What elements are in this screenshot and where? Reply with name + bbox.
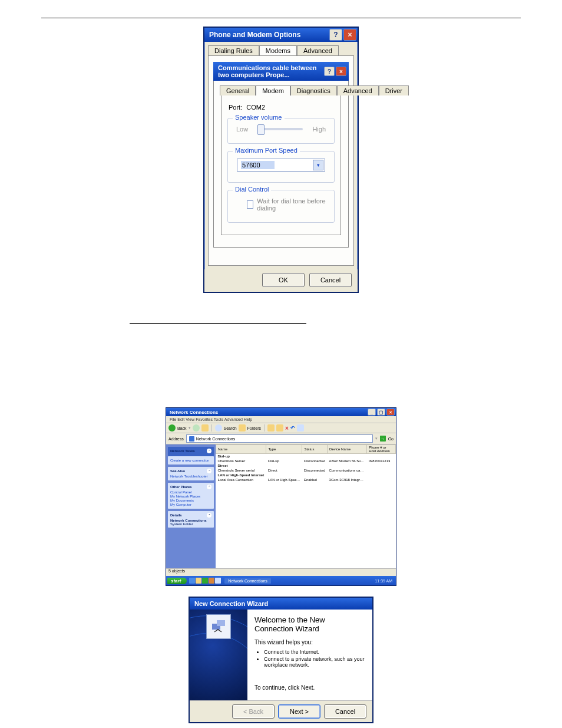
- new-connection-wizard: New Connection Wizard Welcome to the New…: [189, 597, 373, 723]
- cell-name: Chemtrols Server serial: [216, 468, 266, 473]
- address-icon: [189, 436, 194, 442]
- cell-type: Dial-up: [266, 459, 302, 463]
- dial-legend: Dial Control: [233, 186, 271, 193]
- col-addr[interactable]: Phone # or Host Address: [367, 445, 396, 454]
- address-label: Address: [168, 437, 184, 441]
- back-icon[interactable]: [168, 424, 176, 431]
- link-my-documents[interactable]: My Documents: [170, 499, 211, 502]
- start-button[interactable]: start: [167, 578, 187, 584]
- go-icon[interactable]: →: [380, 436, 386, 442]
- table-row[interactable]: Local Area Connection LAN or High-Speed …: [216, 477, 396, 482]
- cancel-button[interactable]: Cancel: [309, 273, 352, 287]
- chevron-up-icon[interactable]: ˄: [207, 485, 211, 489]
- cell-status: Disconnected: [302, 459, 328, 463]
- ql-icon[interactable]: [202, 578, 208, 584]
- tab-advanced[interactable]: Advanced: [297, 45, 339, 55]
- tab-driver[interactable]: Driver: [379, 85, 409, 95]
- tray-clock: 11:39 AM: [375, 579, 395, 583]
- cell-addr: 09870041213: [367, 459, 396, 463]
- wizard-bullet: Connect to the Internet.: [264, 649, 365, 655]
- close-button[interactable]: ×: [343, 29, 356, 41]
- views-icon[interactable]: [297, 424, 304, 431]
- port-speed-combo[interactable]: 57600 ▾: [237, 159, 325, 172]
- wizard-bullet: Connect to a private network, such as yo…: [264, 656, 365, 668]
- cell-status: Disconnected: [302, 468, 328, 473]
- cell-name: Chemtrols Server: [216, 459, 266, 463]
- close-button[interactable]: ×: [336, 67, 346, 76]
- link-network-places[interactable]: My Network Places: [170, 495, 211, 498]
- go-label[interactable]: Go: [388, 437, 394, 441]
- next-button[interactable]: Next >: [278, 704, 320, 719]
- link-create-connection[interactable]: Create a new connection: [170, 459, 211, 462]
- network-connections-window: Network Connections _ ▢ × File Edit View…: [166, 407, 396, 586]
- delete-icon[interactable]: ×: [285, 425, 289, 431]
- folders-icon[interactable]: [239, 424, 246, 431]
- cell-device: Communications cable be...: [328, 468, 367, 473]
- copy-icon[interactable]: [276, 424, 283, 431]
- link-troubleshooter[interactable]: Network Troubleshooter: [170, 475, 211, 478]
- parent-tabs: Dialing Rules Modems Advanced: [208, 45, 354, 55]
- maximize-button[interactable]: ▢: [377, 409, 385, 416]
- search-icon[interactable]: [215, 424, 222, 431]
- chevron-up-icon[interactable]: ˄: [207, 513, 211, 518]
- col-name[interactable]: Name: [216, 445, 266, 454]
- cell-type: Direct: [266, 468, 302, 473]
- chevron-up-icon[interactable]: ˄: [207, 449, 211, 453]
- tab-advanced[interactable]: Advanced: [337, 85, 379, 95]
- address-value: Network Connections: [196, 437, 236, 441]
- speaker-slider[interactable]: [257, 128, 303, 130]
- link-control-panel[interactable]: Control Panel: [170, 490, 211, 494]
- move-icon[interactable]: [267, 424, 275, 431]
- cell-device: 3Com 3C918 Integrated ...: [328, 477, 367, 482]
- modem-properties-title: Communications cable between two compute…: [218, 64, 324, 78]
- tab-modems[interactable]: Modems: [259, 45, 297, 55]
- ql-icon[interactable]: [209, 578, 214, 584]
- wait-dial-tone-label: Wait for dial tone before dialing: [257, 197, 326, 212]
- wait-dial-tone-check[interactable]: Wait for dial tone before dialing: [247, 197, 326, 212]
- ok-button[interactable]: OK: [262, 273, 305, 287]
- chevron-down-icon[interactable]: ▾: [313, 160, 323, 170]
- speed-legend: Maximum Port Speed: [233, 147, 300, 154]
- group-dialup: Dial-up: [216, 454, 396, 459]
- explorer-title: Network Connections: [170, 410, 218, 415]
- table-row[interactable]: Chemtrols Server Dial-up Disconnected Az…: [216, 459, 396, 463]
- col-type[interactable]: Type: [266, 445, 302, 454]
- cell-addr: [367, 477, 396, 482]
- ql-icon[interactable]: [189, 578, 195, 584]
- phone-modem-window: Phone and Modem Options ? × Dialing Rule…: [203, 27, 359, 293]
- col-device[interactable]: Device Name: [328, 445, 367, 454]
- group-direct: Direct: [216, 463, 396, 468]
- forward-icon[interactable]: [193, 424, 200, 431]
- ql-icon[interactable]: [215, 578, 221, 584]
- cell-addr: [367, 468, 396, 473]
- ql-icon[interactable]: [196, 578, 201, 584]
- cell-type: LAN or High-Speed Inter...: [266, 477, 302, 482]
- tab-general[interactable]: General: [220, 85, 256, 95]
- back-label[interactable]: Back: [177, 426, 187, 430]
- address-field[interactable]: Network Connections: [186, 434, 373, 443]
- up-icon[interactable]: [201, 424, 209, 431]
- menu-bar[interactable]: File Edit View Favorites Tools Advanced …: [166, 416, 396, 423]
- cancel-button[interactable]: Cancel: [324, 704, 366, 719]
- group-lan: LAN or High-Speed Internet: [216, 473, 396, 477]
- wizard-sidebar: [190, 610, 247, 700]
- help-button[interactable]: ?: [329, 29, 342, 41]
- minimize-button[interactable]: _: [368, 409, 376, 416]
- table-row[interactable]: Chemtrols Server serial Direct Disconnec…: [216, 468, 396, 473]
- help-button[interactable]: ?: [324, 67, 335, 76]
- tab-modem[interactable]: Modem: [256, 85, 290, 95]
- link-my-computer[interactable]: My Computer: [170, 503, 211, 506]
- folders-label[interactable]: Folders: [247, 426, 261, 430]
- wizard-continue: To continue, click Next.: [254, 684, 365, 691]
- close-button[interactable]: ×: [386, 409, 395, 416]
- connections-table: Name Type Status Device Name Phone # or …: [216, 444, 396, 482]
- tab-diagnostics[interactable]: Diagnostics: [290, 85, 337, 95]
- chevron-up-icon[interactable]: ˄: [207, 469, 211, 473]
- tab-dialing-rules[interactable]: Dialing Rules: [208, 45, 259, 55]
- taskbar-app[interactable]: Network Connections: [224, 578, 271, 584]
- col-status[interactable]: Status: [302, 445, 328, 454]
- search-label[interactable]: Search: [224, 426, 237, 430]
- wizard-title: New Connection Wizard: [190, 598, 372, 610]
- wizard-heading: Welcome to the New Connection Wizard: [254, 615, 365, 633]
- undo-icon[interactable]: ↶: [290, 425, 295, 431]
